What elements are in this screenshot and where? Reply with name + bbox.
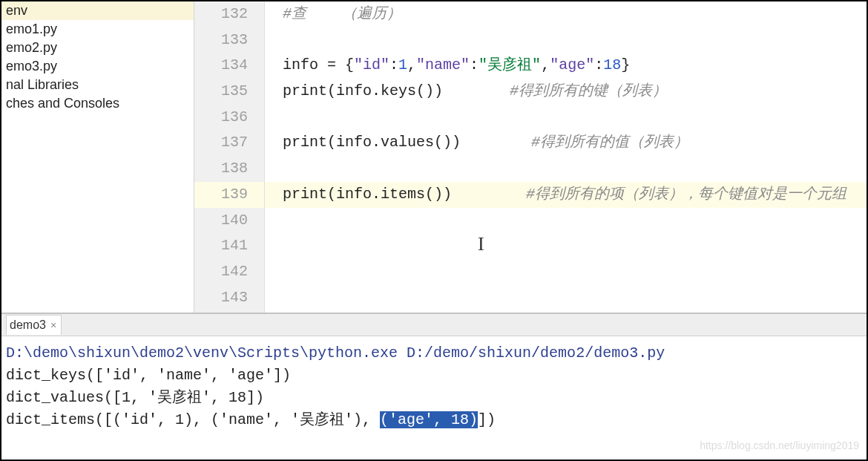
run-panel: demo3 × D:\demo\shixun\demo2\venv\Script… <box>1 313 867 460</box>
close-icon[interactable]: × <box>50 319 56 331</box>
console-command: D:\demo\shixun\demo2\venv\Scripts\python… <box>6 342 862 364</box>
line-number: 138 <box>194 156 264 182</box>
tree-item-emo3[interactable]: emo3.py <box>1 57 194 76</box>
tree-item-emo1[interactable]: emo1.py <box>1 20 194 39</box>
code-line[interactable] <box>265 208 867 234</box>
project-tree[interactable]: env emo1.py emo2.py emo3.py nal Librarie… <box>1 1 194 313</box>
line-number: 137 <box>194 130 264 156</box>
line-number: 134 <box>194 53 264 79</box>
line-number: 139 <box>194 182 264 208</box>
line-number: 136 <box>194 105 264 131</box>
code-line[interactable] <box>265 233 867 259</box>
console-line: dict_items([('id', 1), ('name', '吴彦祖'), … <box>6 409 862 431</box>
run-tab-label: demo3 <box>10 318 46 332</box>
code-line[interactable] <box>265 259 867 285</box>
console-output[interactable]: D:\demo\shixun\demo2\venv\Scripts\python… <box>1 336 867 460</box>
run-tab[interactable]: demo3 × <box>6 315 62 335</box>
code-line[interactable] <box>265 285 867 311</box>
tree-item-env[interactable]: env <box>1 1 194 20</box>
line-number: 132 <box>194 1 264 27</box>
line-number: 133 <box>194 27 264 53</box>
line-number: 135 <box>194 79 264 105</box>
code-line[interactable]: info = {"id":1,"name":"吴彦祖","age":18} <box>265 53 867 79</box>
code-line[interactable] <box>265 27 867 53</box>
line-number: 140 <box>194 208 264 234</box>
code-line[interactable] <box>265 156 867 182</box>
line-number: 143 <box>194 285 264 311</box>
code-line[interactable] <box>265 105 867 131</box>
line-gutter: 132 133 134 135 136 137 138 139 140 141 … <box>194 1 265 313</box>
code-line[interactable]: print(info.keys())#得到所有的键（列表） <box>265 79 867 105</box>
code-editor[interactable]: 132 133 134 135 136 137 138 139 140 141 … <box>194 1 867 313</box>
console-line: dict_values([1, '吴彦祖', 18]) <box>6 387 862 409</box>
run-tab-bar: demo3 × <box>1 314 867 336</box>
code-line[interactable]: #查 （遍历） <box>265 1 867 27</box>
code-area[interactable]: #查 （遍历） info = {"id":1,"name":"吴彦祖","age… <box>265 1 867 313</box>
text-caret-icon: I <box>478 233 484 255</box>
code-line-current[interactable]: print(info.items())#得到所有的项（列表），每个键值对是一个元… <box>265 182 867 208</box>
console-line: dict_keys(['id', 'name', 'age']) <box>6 364 862 387</box>
code-line[interactable]: print(info.values())#得到所有的值（列表） <box>265 130 867 156</box>
selection-highlight: ('age', 18) <box>380 411 478 428</box>
tree-item-libs[interactable]: nal Libraries <box>1 76 194 94</box>
line-number: 142 <box>194 259 264 285</box>
watermark-text: https://blog.csdn.net/liuyiming2019 <box>700 434 859 457</box>
line-number: 141 <box>194 233 264 259</box>
tree-item-emo2[interactable]: emo2.py <box>1 39 194 57</box>
tree-item-consoles[interactable]: ches and Consoles <box>1 94 194 113</box>
